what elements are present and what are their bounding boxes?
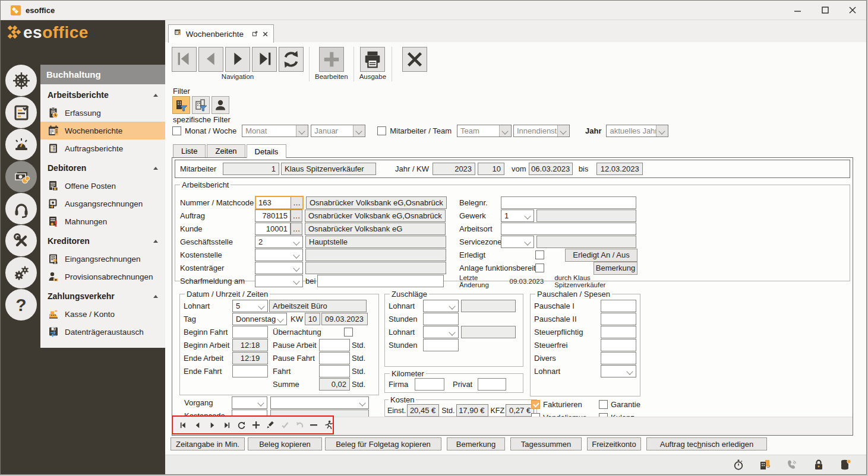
planning-board-icon[interactable]: [5, 97, 37, 128]
sidebar-item-eingangsrechnungen[interactable]: Eingangsrechnungen: [40, 250, 165, 268]
beleg-kopieren-button[interactable]: Beleg kopieren: [248, 437, 322, 450]
phone-icon[interactable]: [785, 458, 798, 471]
pausch-lohnart-select[interactable]: [601, 365, 636, 377]
steuerfrei-input[interactable]: [601, 339, 636, 351]
beleg-folgetag-button[interactable]: Beleg für Folgetag kopieren: [325, 437, 441, 450]
db-next-icon[interactable]: [208, 420, 216, 430]
tab-liste[interactable]: Liste: [173, 144, 206, 157]
maximize-button[interactable]: [812, 1, 839, 20]
refresh-button[interactable]: [279, 47, 304, 72]
sidebar-item-erfassung[interactable]: Erfassung: [40, 104, 165, 122]
jahr-select[interactable]: aktuelles Jahr: [606, 125, 668, 137]
open-external-icon[interactable]: [252, 30, 258, 39]
pauschale2-input[interactable]: [601, 313, 636, 325]
nav-previous-button[interactable]: [198, 47, 223, 72]
company-status-icon[interactable]: [759, 458, 772, 471]
km-firma-input[interactable]: [415, 378, 444, 391]
auftrag-erledigen-button[interactable]: Auftrag technisch erledigen: [646, 437, 767, 450]
database-icon[interactable]: [839, 458, 852, 471]
db-add-icon[interactable]: [252, 420, 260, 430]
geschaeftsstelle-select[interactable]: 2: [255, 236, 303, 248]
servicezone-select[interactable]: [501, 236, 534, 248]
vorgang-select[interactable]: [232, 396, 267, 409]
db-undo-icon[interactable]: [295, 420, 304, 430]
close-view-button[interactable]: [402, 47, 427, 72]
nummer-input[interactable]: [256, 197, 291, 208]
section-arbeitsberichte[interactable]: Arbeitsberichte: [40, 86, 165, 104]
divers-input[interactable]: [601, 352, 636, 364]
monat-woche-checkbox[interactable]: [172, 126, 181, 135]
tagessummen-button[interactable]: Tagessummen: [510, 437, 582, 450]
close-button[interactable]: [839, 1, 866, 20]
anlage-checkbox[interactable]: [535, 264, 544, 272]
tab-details[interactable]: Details: [247, 144, 287, 158]
erledigt-an-aus-button[interactable]: Erledigt An / Aus: [565, 249, 637, 262]
tools-icon[interactable]: [5, 225, 37, 256]
kunde-input[interactable]: [255, 223, 291, 235]
tag-select[interactable]: Donnerstag: [232, 313, 287, 325]
zuschlag-lohnart2-select[interactable]: [423, 326, 459, 338]
belegnr-input[interactable]: [501, 196, 636, 209]
branch-filter-button[interactable]: [192, 96, 210, 114]
ende-fahrt-input[interactable]: [232, 365, 268, 377]
bemerkung-button[interactable]: Bemerkung: [594, 262, 637, 275]
sidebar-item-datentraegeraustausch[interactable]: Datenträgeraustausch: [40, 323, 165, 341]
bemerkung-bottom-button[interactable]: Bemerkung: [447, 437, 505, 450]
auftrag-input[interactable]: [255, 210, 291, 222]
erledigt-checkbox[interactable]: [535, 250, 544, 259]
period-type-select[interactable]: Monat: [242, 125, 308, 137]
sidebar-item-mahnungen[interactable]: Mahnungen: [40, 212, 165, 230]
print-button[interactable]: [360, 47, 385, 72]
uebernachtung-checkbox[interactable]: [344, 328, 353, 337]
gewerk-select[interactable]: 1: [501, 210, 534, 222]
stopwatch-icon[interactable]: [732, 458, 745, 471]
vorgang-text-select[interactable]: [270, 396, 369, 409]
minimize-button[interactable]: [784, 1, 812, 20]
team-type-select[interactable]: Team: [457, 125, 512, 137]
section-debitoren[interactable]: Debitoren: [40, 159, 165, 177]
arbeitsort-input[interactable]: [501, 223, 636, 235]
mitarbeiter-team-checkbox[interactable]: [377, 126, 386, 135]
lohnart-select[interactable]: 5: [232, 300, 268, 312]
sidebar-item-offene-posten[interactable]: Offene Posten: [40, 177, 165, 195]
nummer-lookup-button[interactable]: …: [291, 197, 302, 208]
help-icon[interactable]: ?: [5, 289, 37, 320]
steuerpflichtig-input[interactable]: [601, 326, 636, 338]
company-filter-button[interactable]: [172, 96, 190, 114]
pause-arbeit-input[interactable]: [319, 339, 350, 351]
helm-icon[interactable]: [5, 65, 37, 96]
sidebar-item-kasse-konto[interactable]: Kasse / Konto: [40, 305, 165, 323]
nav-next-button[interactable]: [225, 47, 250, 72]
headset-icon[interactable]: [5, 193, 37, 224]
sidebar-item-wochenberichte[interactable]: Wochenberichte: [40, 122, 165, 139]
auftrag-lookup-button[interactable]: …: [291, 210, 302, 222]
db-run-icon[interactable]: [324, 420, 333, 430]
team-value-select[interactable]: Innendienst: [513, 125, 570, 137]
sidebar-item-provisionsabrechnungen[interactable]: Provisionsabrechnungen: [40, 268, 165, 285]
scharfmeldung-select[interactable]: [255, 275, 303, 287]
sidebar-item-ausgangsrechnungen[interactable]: Ausgangsrechnungen: [40, 195, 165, 212]
db-edit-icon[interactable]: [266, 420, 274, 430]
tab-wochenberichte[interactable]: Wochenberichte: [168, 24, 274, 43]
kostenstelle-select[interactable]: [255, 249, 303, 261]
db-delete-icon[interactable]: [310, 420, 318, 430]
kunde-lookup-button[interactable]: …: [291, 223, 302, 235]
alarm-icon[interactable]: [5, 129, 37, 160]
person-filter-button[interactable]: [212, 96, 229, 114]
freizeitkonto-button[interactable]: Freizeitkonto: [587, 437, 641, 450]
zuschlag-lohnart1-select[interactable]: [423, 300, 459, 312]
kostentraeger-select[interactable]: [255, 262, 303, 274]
pause-fahrt-input[interactable]: [319, 352, 350, 364]
sidebar-item-auftragsberichte[interactable]: Auftragsberichte: [40, 139, 165, 157]
tab-close-icon[interactable]: [263, 30, 268, 38]
zuschlag-stunden2-input[interactable]: [423, 339, 459, 351]
nav-first-button[interactable]: [172, 47, 197, 72]
nav-last-button[interactable]: [252, 47, 277, 72]
section-zahlungsverkehr[interactable]: Zahlungsverkehr: [40, 287, 165, 305]
db-previous-icon[interactable]: [193, 420, 201, 430]
zeitangabe-button[interactable]: Zeitangabe in Min.: [171, 437, 245, 450]
db-refresh-icon[interactable]: [237, 420, 246, 430]
add-record-button[interactable]: [319, 47, 344, 72]
db-last-icon[interactable]: [222, 420, 231, 430]
fahrt-input[interactable]: [319, 365, 350, 377]
